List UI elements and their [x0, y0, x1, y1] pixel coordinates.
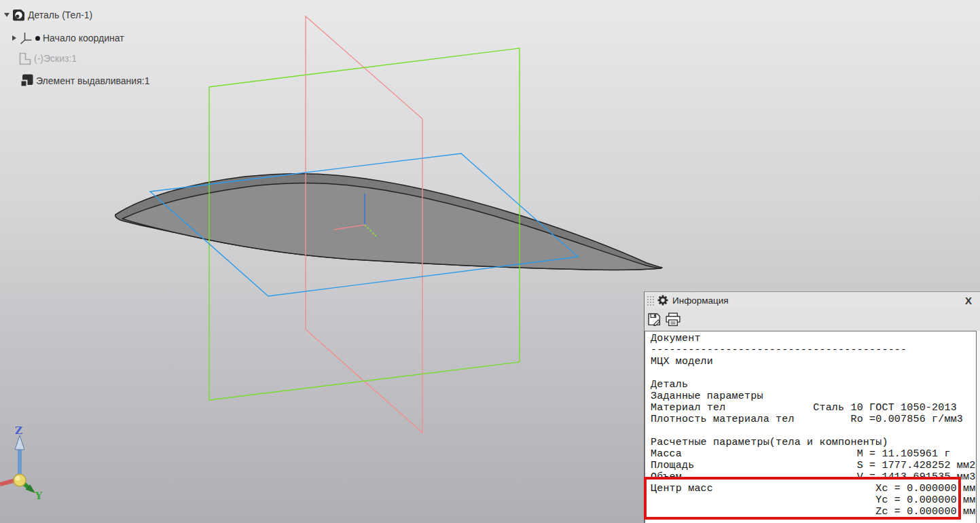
gear-icon[interactable]	[657, 295, 668, 306]
close-button[interactable]: X	[965, 295, 972, 306]
kompas-3d-window: { "feature_tree": { "root": { "label": "…	[0, 0, 980, 523]
save-icon	[647, 312, 661, 327]
drag-handle-icon[interactable]	[647, 295, 655, 306]
scrollbar-cutoff-strip	[977, 331, 980, 523]
triad-z-label: Z	[15, 425, 22, 437]
panel-title: Информация	[672, 295, 729, 306]
tree-item-label: Элемент выдавливания:1	[36, 75, 149, 86]
orientation-triad: Z Y	[0, 425, 43, 501]
information-panel: Информация X Документ ------------------	[644, 291, 980, 523]
triad-y-label: Y	[35, 490, 43, 501]
expand-arrow-icon[interactable]	[12, 35, 16, 41]
tree-item-label: Начало координат	[43, 33, 124, 43]
report-content-area[interactable]: Документ -------------------------------…	[645, 331, 977, 523]
triad-z-arrowhead	[15, 435, 24, 450]
selected-bullet-icon	[35, 36, 40, 41]
tree-item-label: (-)Эскиз:1	[34, 53, 77, 64]
collapse-arrow-icon[interactable]	[4, 13, 10, 17]
information-panel-toolbar	[645, 308, 980, 331]
print-report-button[interactable]	[666, 312, 680, 327]
information-panel-header[interactable]: Информация X	[645, 292, 980, 308]
triad-sphere-highlight	[15, 475, 20, 480]
tree-item-part-root[interactable]: Деталь (Тел-1)	[4, 7, 92, 22]
print-icon	[666, 312, 680, 327]
tree-item-extrusion[interactable]: Элемент выдавливания:1	[20, 73, 149, 88]
origin-axes-icon	[20, 32, 33, 45]
tree-item-label: Деталь (Тел-1)	[28, 10, 92, 20]
tree-item-origin[interactable]: Начало координат	[12, 31, 124, 46]
save-report-button[interactable]	[647, 312, 661, 327]
airfoil-solid-face[interactable]	[122, 183, 661, 270]
extrude-feature-icon	[20, 74, 33, 88]
triad-origin-sphere	[14, 474, 26, 486]
tree-item-sketch[interactable]: (-)Эскиз:1	[19, 51, 77, 66]
sketch-icon	[19, 52, 31, 65]
part-icon	[12, 9, 25, 22]
mcc-report-text: Документ -------------------------------…	[645, 331, 976, 518]
